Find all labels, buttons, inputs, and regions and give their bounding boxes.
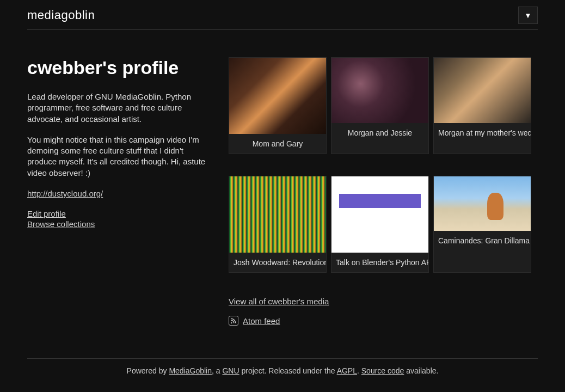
profile-sidebar: cwebber's profile Lead developer of GNU … [27,57,212,326]
page-title: cwebber's profile [27,57,212,78]
media-thumbnail [229,58,326,134]
footer-text: . [357,366,361,375]
media-thumbnail [229,176,326,253]
gnu-link[interactable]: GNU [222,366,239,375]
footer-text: Powered by [127,366,169,375]
source-code-link[interactable]: Source code [361,366,404,375]
media-caption: Talk on Blender's Python API [331,253,428,272]
feed-icon [229,316,238,326]
footer: Powered by MediaGoblin, a GNU project. R… [27,358,538,383]
media-card[interactable]: Mom and Gary [229,57,327,154]
edit-profile-link[interactable]: Edit profile [27,209,212,218]
bio-paragraph: Lead developer of GNU MediaGoblin. Pytho… [27,91,212,125]
media-caption: Mom and Gary [229,134,326,154]
media-card[interactable]: Josh Woodward: Revolution Now [229,176,327,273]
media-gallery: Mom and GaryMorgan and JessieMorgan at m… [229,57,538,326]
media-thumbnail [434,58,531,123]
user-menu-dropdown[interactable]: ▼ [518,7,538,24]
view-all-media-link[interactable]: View all of cwebber's media [229,297,329,306]
media-caption: Morgan and Jessie [331,123,428,143]
agpl-link[interactable]: AGPL [337,366,357,375]
mediagoblin-link[interactable]: MediaGoblin [169,366,212,375]
homepage-link[interactable]: http://dustycloud.org/ [27,189,103,198]
media-caption: Morgan at my mother's wedding [434,123,531,143]
media-card[interactable]: Talk on Blender's Python API [331,176,429,273]
media-card[interactable]: Morgan and Jessie [331,57,429,154]
footer-text: project. Released under the [239,366,337,375]
media-card[interactable]: Caminandes: Gran Dillama [433,176,531,273]
atom-feed-link[interactable]: Atom feed [243,316,280,326]
header: mediagoblin ▼ [27,0,538,30]
logo[interactable]: mediagoblin [27,8,95,22]
footer-text: , a [212,366,222,375]
media-thumbnail [331,58,428,123]
media-thumbnail [434,176,531,231]
footer-text: available. [404,366,438,375]
media-caption: Caminandes: Gran Dillama [434,231,531,250]
media-caption: Josh Woodward: Revolution Now [229,253,326,272]
media-card[interactable]: Morgan at my mother's wedding [433,57,531,154]
bio-paragraph: You might notice that in this campaign v… [27,134,212,179]
media-thumbnail [331,176,428,253]
browse-collections-link[interactable]: Browse collections [27,219,212,229]
